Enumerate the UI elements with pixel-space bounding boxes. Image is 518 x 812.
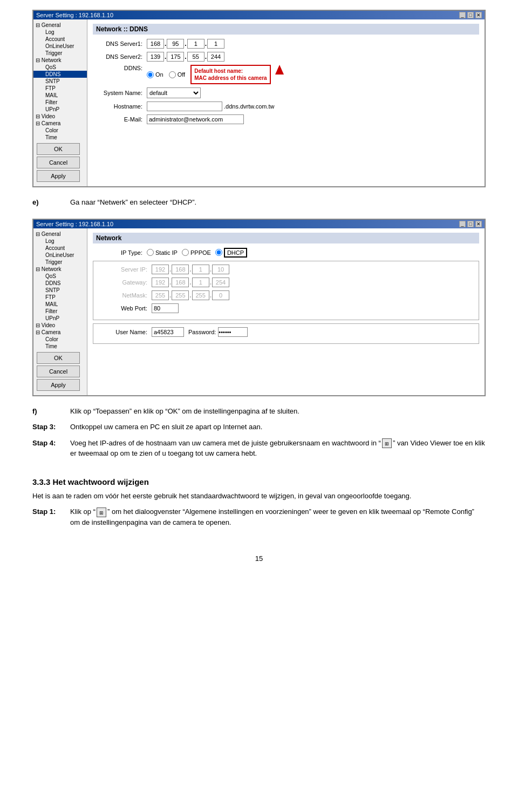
minimize-icon[interactable]: _ — [459, 12, 466, 18]
win1-sidebar: ⊟ General Log Account OnLineUser Trigger… — [33, 19, 87, 186]
sidebar2-ddns[interactable]: DDNS — [33, 280, 87, 287]
sidebar-network[interactable]: ⊟ Network — [33, 57, 87, 64]
static-ip-option[interactable]: Static IP — [147, 249, 178, 256]
sidebar2-trigger[interactable]: Trigger — [33, 259, 87, 266]
remote-config-icon: ⊞ — [97, 508, 106, 517]
dns2-oct3[interactable]: 55 — [187, 52, 205, 62]
win2-ok-button[interactable]: OK — [37, 352, 80, 364]
dhcp-radio[interactable] — [215, 249, 222, 256]
sidebar2-onlineuser[interactable]: OnLineUser — [33, 252, 87, 259]
win2-cancel-button[interactable]: Cancel — [37, 366, 80, 377]
pppoe-radio[interactable] — [182, 249, 189, 256]
hostname-input[interactable] — [147, 102, 222, 111]
sidebar-onlineuser[interactable]: OnLineUser — [33, 43, 87, 50]
sidebar-general[interactable]: ⊟ General — [33, 22, 87, 29]
maximize-icon[interactable]: □ — [467, 12, 474, 18]
sip-oct1[interactable]: 192 — [152, 265, 169, 274]
win1-title: Server Setting : 192.168.1.10 — [36, 12, 113, 18]
email-input[interactable] — [147, 114, 244, 124]
nm-oct1[interactable]: 255 — [152, 290, 169, 300]
sidebar-sntp[interactable]: SNTP — [33, 78, 87, 85]
dns1-oct3[interactable]: 1 — [187, 39, 205, 49]
win2-close-icon[interactable]: ✕ — [475, 221, 482, 227]
sidebar-ddns[interactable]: DDNS — [33, 71, 87, 78]
sidebar2-log[interactable]: Log — [33, 238, 87, 245]
sidebar2-sntp[interactable]: SNTP — [33, 287, 87, 294]
dns2-dot3: . — [205, 53, 207, 60]
dhcp-option[interactable]: DHCP — [215, 248, 247, 258]
gw-oct3[interactable]: 1 — [192, 278, 209, 287]
arrow-container — [273, 65, 284, 75]
username-input[interactable] — [152, 327, 184, 337]
nm-oct4[interactable]: 0 — [212, 290, 229, 300]
close-icon[interactable]: ✕ — [475, 12, 482, 18]
dns2-oct4[interactable]: 244 — [207, 52, 224, 62]
sip-oct3[interactable]: 1 — [192, 265, 209, 274]
gateway-input: 192 . 168 . 1 . 254 — [152, 278, 229, 287]
dns1-oct2[interactable]: 95 — [167, 39, 184, 49]
sidebar2-qos[interactable]: QoS — [33, 273, 87, 280]
ddns-off-radio[interactable] — [169, 71, 176, 78]
sip-dot2: . — [189, 266, 191, 273]
nm-oct2[interactable]: 255 — [172, 290, 189, 300]
sidebar2-upnp[interactable]: UPnP — [33, 315, 87, 322]
win1-cancel-button[interactable]: Cancel — [37, 157, 80, 168]
sidebar-upnp[interactable]: UPnP — [33, 106, 87, 113]
sidebar2-filter[interactable]: Filter — [33, 308, 87, 315]
dns2-oct1[interactable]: 139 — [147, 52, 164, 62]
gw-oct1[interactable]: 192 — [152, 278, 169, 287]
win1-apply-button[interactable]: Apply — [37, 170, 80, 182]
pppoe-option[interactable]: PPPOE — [182, 249, 211, 256]
sip-dot1: . — [169, 266, 171, 273]
sidebar-video[interactable]: ⊟ Video — [33, 113, 87, 120]
win1-content-title: Network :: DDNS — [93, 24, 479, 35]
sidebar2-network[interactable]: ⊟ Network — [33, 266, 87, 273]
stap3-row: Stap 3: Ontkoppel uw camera en PC en slu… — [32, 422, 486, 432]
sip-oct2[interactable]: 168 — [172, 265, 189, 274]
sidebar-mail[interactable]: MAIL — [33, 92, 87, 99]
static-ip-radio[interactable] — [147, 249, 154, 256]
sidebar-account[interactable]: Account — [33, 36, 87, 43]
nm-oct3[interactable]: 255 — [192, 290, 209, 300]
ddns-off-option[interactable]: Off — [169, 71, 185, 78]
ddns-on-option[interactable]: On — [147, 71, 163, 78]
username-label: User Name: — [98, 329, 152, 335]
sidebar2-general[interactable]: ⊟ General — [33, 231, 87, 238]
sidebar2-video[interactable]: ⊟ Video — [33, 322, 87, 329]
sidebar-ftp[interactable]: FTP — [33, 85, 87, 92]
sidebar-time[interactable]: Time — [33, 134, 87, 141]
dns1-oct1[interactable]: 168 — [147, 39, 164, 49]
webport-input[interactable] — [152, 303, 179, 313]
sidebar-filter[interactable]: Filter — [33, 99, 87, 106]
step-e-label: e) — [32, 197, 70, 208]
system-name-select[interactable]: default — [147, 87, 201, 98]
win2-maximize-icon[interactable]: □ — [467, 221, 474, 227]
sip-oct4[interactable]: 10 — [212, 265, 229, 274]
nm-dot2: . — [189, 292, 191, 299]
sidebar2-mail[interactable]: MAIL — [33, 301, 87, 308]
email-row: E-Mail: — [93, 114, 479, 124]
sidebar2-account[interactable]: Account — [33, 245, 87, 252]
sidebar2-camera[interactable]: ⊟ Camera — [33, 329, 87, 336]
win1-sidebar-btns: OK Cancel Apply — [33, 141, 87, 184]
password-label: Password: — [188, 329, 216, 335]
sidebar2-ftp[interactable]: FTP — [33, 294, 87, 301]
sidebar-log[interactable]: Log — [33, 29, 87, 36]
hostname-row: Hostname: .ddns.dvrtw.com.tw — [93, 102, 479, 111]
dns1-oct4[interactable]: 1 — [207, 39, 224, 49]
dns2-oct2[interactable]: 175 — [167, 52, 184, 62]
sidebar-trigger[interactable]: Trigger — [33, 50, 87, 57]
stap1-text-mid: ” om het dialoogvenster “Algemene instel… — [70, 508, 474, 526]
win1-ok-button[interactable]: OK — [37, 143, 80, 155]
win2-minimize-icon[interactable]: _ — [459, 221, 466, 227]
ddns-on-radio[interactable] — [147, 71, 154, 78]
sidebar2-time[interactable]: Time — [33, 343, 87, 350]
sidebar2-color[interactable]: Color — [33, 336, 87, 343]
gw-oct4[interactable]: 254 — [212, 278, 229, 287]
win2-apply-button[interactable]: Apply — [37, 379, 80, 391]
sidebar-qos[interactable]: QoS — [33, 64, 87, 71]
gw-oct2[interactable]: 168 — [172, 278, 189, 287]
sidebar-camera[interactable]: ⊟ Camera — [33, 120, 87, 127]
password-input[interactable] — [218, 327, 248, 337]
sidebar-color[interactable]: Color — [33, 127, 87, 134]
